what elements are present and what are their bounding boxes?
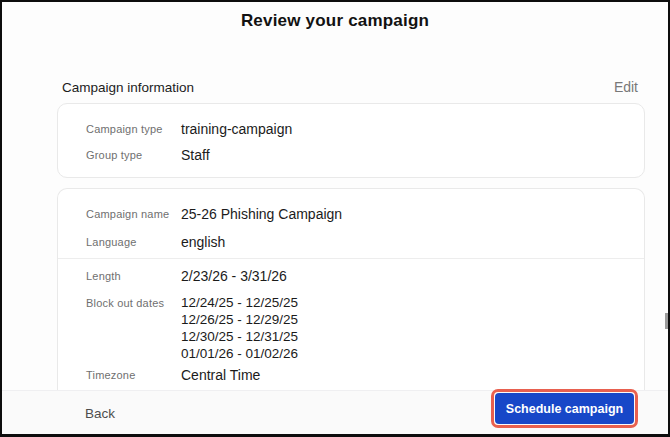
campaign-name-value: 25-26 Phishing Campaign [181,206,342,222]
group-type-value: Staff [181,147,210,163]
language-row: Language english [58,228,644,256]
review-campaign-dialog: Review your campaign Campaign informatio… [0,0,670,437]
block-out-date-range: 01/01/26 - 01/02/26 [181,345,298,362]
page-title: Review your campaign [2,11,668,31]
language-value: english [181,234,225,250]
campaign-details-card: Campaign name 25-26 Phishing Campaign La… [57,188,645,390]
card-divider [58,258,644,259]
back-button[interactable]: Back [85,405,115,420]
language-label: Language [86,236,181,248]
annotation-highlight: Schedule campaign [491,389,638,428]
campaign-name-row: Campaign name 25-26 Phishing Campaign [58,200,644,228]
block-out-dates-label: Block out dates [86,294,181,309]
schedule-campaign-button[interactable]: Schedule campaign [495,393,634,424]
length-label: Length [86,270,181,282]
timezone-label: Timezone [86,369,181,381]
campaign-type-value: training-campaign [181,121,292,137]
campaign-type-row: Campaign type training-campaign [58,116,644,142]
block-out-date-range: 12/30/25 - 12/31/25 [181,328,298,345]
campaign-type-label: Campaign type [86,123,181,135]
group-type-row: Group type Staff [58,142,644,168]
group-type-label: Group type [86,149,181,161]
length-row: Length 2/23/26 - 3/31/26 [58,261,644,291]
dialog-footer: Back Schedule campaign [2,390,668,434]
edit-button[interactable]: Edit [614,79,638,95]
scrollbar-thumb[interactable] [665,313,668,329]
section-header: Campaign information Edit [62,79,638,95]
block-out-date-range: 12/24/25 - 12/25/25 [181,294,298,311]
campaign-info-card: Campaign type training-campaign Group ty… [57,103,645,178]
campaign-name-label: Campaign name [86,208,181,220]
block-out-dates-values: 12/24/25 - 12/25/25 12/26/25 - 12/29/25 … [181,294,298,362]
timezone-row: Timezone Central Time [58,362,644,388]
block-out-dates-row: Block out dates 12/24/25 - 12/25/25 12/2… [58,291,644,362]
block-out-date-range: 12/26/25 - 12/29/25 [181,311,298,328]
timezone-value: Central Time [181,367,260,383]
section-title: Campaign information [62,80,194,95]
length-value: 2/23/26 - 3/31/26 [181,268,287,284]
